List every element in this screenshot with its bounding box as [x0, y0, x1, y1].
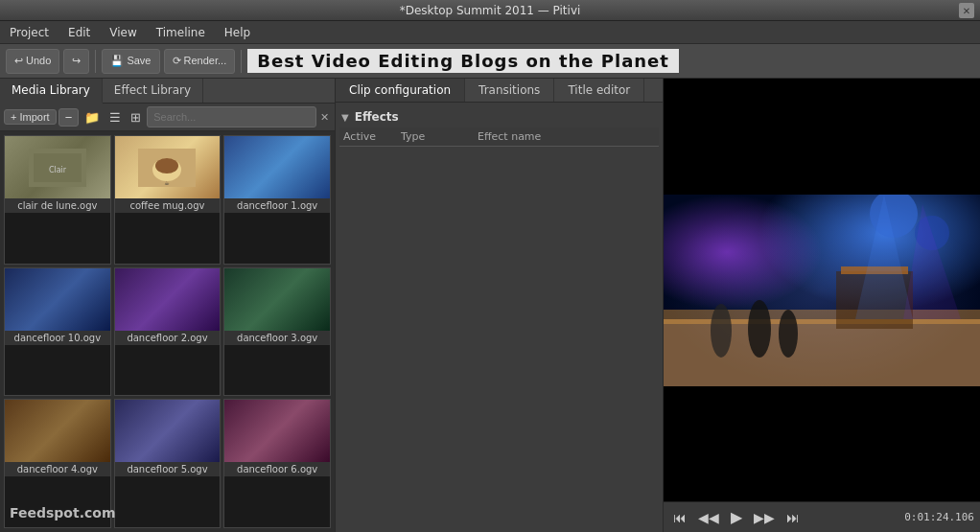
library-toolbar: + Import − 📁 ☰ ⊞ ✕	[0, 104, 335, 131]
effects-col-active: Active	[343, 130, 401, 143]
undo-button[interactable]: ↩ Undo	[6, 49, 59, 74]
menu-timeline[interactable]: Timeline	[151, 24, 211, 41]
title-editor-tab[interactable]: Title editor	[554, 79, 644, 102]
media-label-8: dancefloor 6.ogv	[224, 462, 330, 476]
render-button[interactable]: ⟳ Render...	[164, 49, 236, 74]
media-grid: Clair clair de lune.ogv ☕ coffee mug.ogv…	[0, 131, 335, 532]
clear-search-button[interactable]: ✕	[318, 109, 331, 126]
media-thumb-dance1	[224, 136, 330, 198]
media-thumb-dance4	[5, 400, 110, 462]
media-label-7: dancefloor 5.ogv	[115, 462, 221, 476]
media-item-8[interactable]: dancefloor 6.ogv	[223, 399, 331, 528]
menu-edit[interactable]: Edit	[62, 24, 96, 41]
title-bar: *Desktop Summit 2011 — Pitivi ✕	[0, 0, 980, 21]
media-item-0[interactable]: Clair clair de lune.ogv	[4, 135, 111, 265]
window-title: *Desktop Summit 2011 — Pitivi	[400, 4, 581, 17]
media-thumb-dance10	[5, 268, 110, 331]
toolbar-separator-1	[95, 50, 96, 73]
media-thumb-dance5	[115, 400, 221, 462]
menu-bar: Project Edit View Timeline Help	[0, 21, 980, 44]
media-label-4: dancefloor 2.ogv	[115, 331, 221, 345]
svg-point-15	[779, 310, 798, 358]
media-thumb-dance3	[224, 268, 330, 331]
svg-text:☕: ☕	[165, 179, 170, 186]
media-item-2[interactable]: dancefloor 1.ogv	[223, 135, 331, 265]
media-item-5[interactable]: dancefloor 3.ogv	[223, 267, 331, 397]
effect-library-tab[interactable]: Effect Library	[103, 79, 203, 103]
media-label-3: dancefloor 10.ogv	[5, 331, 110, 345]
media-label-5: dancefloor 3.ogv	[224, 331, 330, 345]
close-button[interactable]: ✕	[959, 3, 974, 18]
forward-button[interactable]: ▶▶	[750, 508, 779, 527]
svg-point-5	[155, 158, 178, 173]
svg-text:Clair: Clair	[49, 166, 67, 174]
effects-title: Effects	[355, 110, 399, 124]
preview-video	[664, 79, 980, 501]
main-content: Media Library Effect Library + Import − …	[0, 79, 980, 532]
end-button[interactable]: ⏭	[782, 508, 804, 527]
save-button[interactable]: 💾 Save	[102, 49, 159, 74]
left-panel: Media Library Effect Library + Import − …	[0, 79, 336, 532]
media-item-1[interactable]: ☕ coffee mug.ogv	[114, 135, 222, 265]
preview-controls: ⏮ ◀◀ ▶ ▶▶ ⏭ 0:01:24.106	[664, 501, 980, 532]
media-library-tab[interactable]: Media Library	[0, 79, 103, 104]
remove-button[interactable]: −	[58, 108, 80, 127]
media-label-0: clair de lune.ogv	[5, 198, 110, 213]
play-button[interactable]: ▶	[727, 506, 746, 528]
view-list-button[interactable]: ☰	[105, 108, 125, 127]
effects-panel: ▼ Effects Active Type Effect name	[336, 103, 663, 532]
preview-image	[664, 195, 980, 386]
toolbar-separator-2	[241, 50, 242, 73]
effects-body	[339, 147, 659, 243]
effects-arrow-icon: ▼	[341, 112, 349, 123]
center-panel: Clip configuration Transitions Title edi…	[336, 79, 664, 532]
effects-col-type: Type	[401, 130, 478, 143]
rewind-button[interactable]: ⏮	[669, 508, 690, 527]
folder-button[interactable]: 📁	[81, 108, 104, 127]
library-tabs: Media Library Effect Library	[0, 79, 335, 104]
effects-header: ▼ Effects	[339, 106, 659, 127]
menu-view[interactable]: View	[104, 24, 142, 41]
import-button[interactable]: + Import	[4, 109, 57, 125]
transport-controls: ⏮ ◀◀ ▶ ▶▶ ⏭	[669, 506, 804, 528]
time-display: 0:01:24.106	[904, 511, 974, 523]
media-thumb-clair: Clair	[5, 136, 110, 198]
media-item-3[interactable]: dancefloor 10.ogv	[4, 267, 111, 397]
svg-point-16	[711, 304, 732, 358]
media-thumb-dance6	[224, 400, 330, 462]
transitions-tab[interactable]: Transitions	[465, 79, 554, 102]
media-label-6: dancefloor 4.ogv	[5, 462, 110, 476]
back-button[interactable]: ◀◀	[694, 508, 723, 527]
menu-help[interactable]: Help	[219, 24, 256, 41]
media-label-2: dancefloor 1.ogv	[224, 198, 330, 213]
media-label-1: coffee mug.ogv	[115, 198, 221, 213]
view-grid-button[interactable]: ⊞	[127, 108, 145, 127]
effects-col-name: Effect name	[478, 130, 655, 143]
import-label: + Import	[11, 111, 50, 123]
toolbar: ↩ Undo ↪ 💾 Save ⟳ Render... Best Video E…	[0, 44, 980, 79]
svg-point-14	[748, 300, 771, 358]
effects-table-header: Active Type Effect name	[339, 127, 659, 147]
menu-project[interactable]: Project	[4, 24, 55, 41]
clip-config-tab[interactable]: Clip configuration	[336, 79, 465, 102]
media-item-7[interactable]: dancefloor 5.ogv	[114, 399, 222, 528]
media-item-4[interactable]: dancefloor 2.ogv	[114, 267, 222, 397]
watermark: Feedspot.com	[10, 505, 116, 520]
media-thumb-dance2	[115, 268, 221, 331]
preview-panel: ⏮ ◀◀ ▶ ▶▶ ⏭ 0:01:24.106	[664, 79, 980, 532]
config-tabs: Clip configuration Transitions Title edi…	[336, 79, 663, 103]
media-thumb-coffee: ☕	[115, 136, 221, 198]
search-input[interactable]	[147, 106, 316, 127]
headline-text: Best Video Editing Blogs on the Planet	[247, 49, 679, 73]
redo-button[interactable]: ↪	[63, 49, 89, 74]
